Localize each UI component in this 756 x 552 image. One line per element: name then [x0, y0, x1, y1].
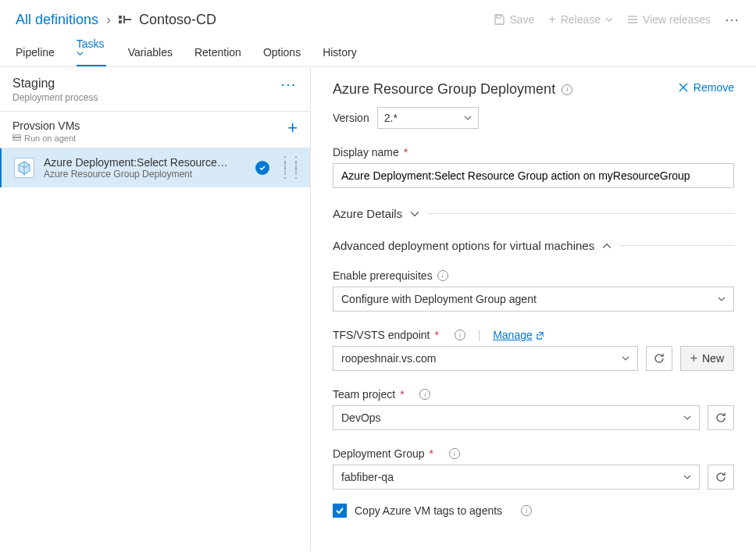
chevron-down-icon	[410, 209, 419, 219]
azure-details-label: Azure Details	[333, 207, 402, 220]
endpoint-label: TFS/VSTS endpoint	[333, 329, 430, 341]
chevron-down-icon	[683, 473, 691, 481]
tab-retention[interactable]: Retention	[194, 46, 241, 66]
pipeline-name: Contoso-CD	[139, 12, 216, 28]
svg-rect-3	[123, 16, 125, 23]
display-name-input[interactable]	[333, 163, 734, 188]
drag-handle[interactable]: ⋮⋮⋮⋮⋮⋮	[279, 158, 301, 177]
new-button-label: New	[702, 352, 724, 365]
agent-phase-subtitle: Run on agent	[24, 134, 76, 143]
required-marker: *	[430, 447, 433, 460]
deployment-group-select[interactable]: fabfiber-qa	[333, 465, 700, 490]
refresh-icon	[653, 352, 665, 365]
view-releases-label: View releases	[643, 13, 711, 26]
svg-rect-6	[12, 137, 21, 140]
tab-bar: Pipeline Tasks Variables Retention Optio…	[0, 37, 756, 67]
required-marker: *	[435, 329, 439, 341]
chevron-down-icon	[683, 414, 691, 422]
breadcrumb-root-link[interactable]: All definitions	[16, 12, 98, 28]
version-select[interactable]: 2.*	[377, 107, 479, 129]
form-title: Azure Resource Group Deployment i	[333, 81, 572, 98]
list-icon	[627, 14, 638, 25]
enable-prereq-label: Enable prerequisites	[333, 269, 433, 282]
chevron-down-icon	[605, 16, 613, 23]
enable-prereq-value: Configure with Deployment Group agent	[341, 293, 537, 305]
info-icon[interactable]: i	[437, 270, 448, 281]
info-icon[interactable]: i	[449, 448, 460, 459]
plus-icon: +	[548, 12, 555, 27]
view-releases-button[interactable]: View releases	[627, 13, 711, 26]
info-icon[interactable]: i	[419, 389, 430, 400]
refresh-button[interactable]	[646, 346, 672, 371]
remove-label: Remove	[694, 81, 734, 94]
add-task-button[interactable]: +	[287, 119, 298, 137]
stage-more-button[interactable]: ⋯	[280, 77, 298, 92]
chevron-down-icon	[77, 50, 106, 57]
svg-rect-1	[119, 20, 122, 23]
task-subtitle: Azure Resource Group Deployment	[44, 169, 246, 180]
toolbar-actions: Save + Release View releases ⋯	[494, 11, 740, 28]
advanced-options-section[interactable]: Advanced deployment options for virtual …	[333, 239, 734, 252]
required-marker: *	[400, 388, 404, 401]
chevron-up-icon	[602, 241, 612, 251]
close-icon	[678, 82, 689, 93]
tab-tasks-label: Tasks	[77, 37, 105, 50]
tab-tasks[interactable]: Tasks	[77, 37, 106, 66]
svg-rect-0	[119, 16, 122, 19]
breadcrumb-separator: ›	[106, 12, 111, 28]
svg-rect-5	[12, 134, 21, 137]
chevron-down-icon	[464, 114, 472, 122]
info-icon[interactable]: i	[562, 84, 572, 95]
team-project-label: Team project	[333, 388, 395, 401]
azure-details-section[interactable]: Azure Details	[333, 207, 734, 220]
team-project-select[interactable]: DevOps	[333, 405, 700, 430]
breadcrumb: All definitions › Contoso-CD	[16, 12, 494, 28]
svg-rect-4	[497, 15, 501, 18]
task-selected-badge	[255, 161, 269, 175]
copy-tags-checkbox[interactable]	[333, 504, 347, 518]
more-actions-button[interactable]: ⋯	[725, 11, 740, 28]
save-icon	[494, 14, 505, 25]
tab-pipeline[interactable]: Pipeline	[16, 46, 55, 66]
tab-variables[interactable]: Variables	[128, 46, 173, 66]
server-icon	[12, 134, 21, 143]
chevron-down-icon	[622, 354, 629, 362]
endpoint-select[interactable]: roopeshnair.vs.com	[333, 346, 638, 371]
copy-tags-label: Copy Azure VM tags to agents	[355, 504, 502, 517]
release-label: Release	[561, 13, 601, 26]
external-link-icon	[536, 331, 544, 340]
stage-title[interactable]: Staging	[12, 77, 98, 91]
chevron-down-icon	[718, 295, 726, 303]
task-title: Azure Deployment:Select Resource…	[44, 156, 246, 169]
refresh-icon	[715, 471, 727, 483]
save-button[interactable]: Save	[494, 13, 534, 26]
plus-icon: +	[690, 351, 697, 365]
svg-point-8	[14, 138, 15, 139]
required-marker: *	[404, 146, 408, 158]
version-value: 2.*	[384, 112, 398, 124]
version-label: Version	[333, 112, 369, 124]
adv-section-label: Advanced deployment options for virtual …	[333, 239, 594, 252]
check-icon	[335, 506, 344, 515]
task-row-azure-deployment[interactable]: Azure Deployment:Select Resource… Azure …	[0, 148, 310, 187]
deployment-group-label: Deployment Group	[333, 447, 425, 460]
svg-point-7	[14, 135, 15, 136]
release-button[interactable]: + Release	[548, 12, 613, 27]
refresh-button[interactable]	[708, 405, 734, 430]
display-name-label: Display name	[333, 146, 399, 158]
remove-button[interactable]: Remove	[678, 81, 734, 94]
enable-prereq-select[interactable]: Configure with Deployment Group agent	[333, 287, 734, 312]
deployment-group-value: fabfiber-qa	[341, 471, 394, 483]
pipeline-type-icon	[119, 13, 131, 26]
refresh-button[interactable]	[708, 465, 734, 490]
manage-link[interactable]: Manage	[493, 329, 544, 341]
tab-history[interactable]: History	[323, 46, 357, 66]
info-icon[interactable]: i	[455, 329, 465, 340]
agent-phase-title[interactable]: Provsion VMs	[12, 119, 80, 132]
new-endpoint-button[interactable]: + New	[680, 346, 734, 371]
tab-options[interactable]: Options	[263, 46, 301, 66]
info-icon[interactable]: i	[521, 505, 532, 516]
azure-cube-icon	[14, 158, 34, 178]
refresh-icon	[715, 411, 727, 424]
team-project-value: DevOps	[341, 411, 381, 424]
